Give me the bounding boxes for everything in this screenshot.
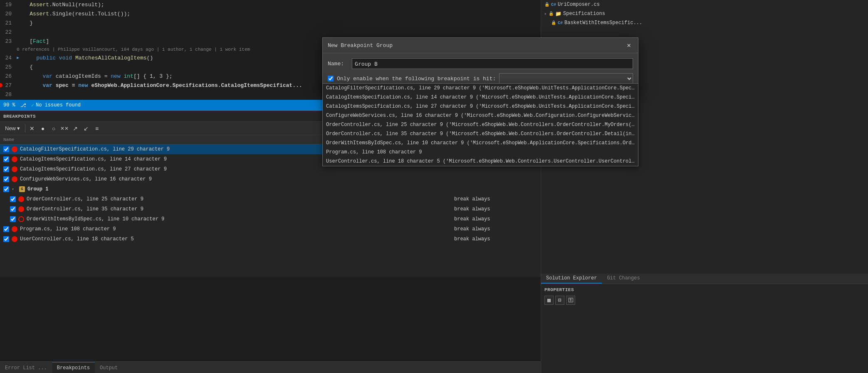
se-item-specifications[interactable]: ▸ 🔒 📁 Specifications: [541, 9, 868, 18]
bp-dot-icon: [12, 226, 17, 232]
modal-close-button[interactable]: ✕: [625, 41, 633, 49]
dropdown-item[interactable]: OrderWithItemsByIdSpec.cs, line 10 chara…: [323, 138, 638, 148]
group-name: Group 1: [27, 186, 537, 192]
issues-status: ✓ No issues found: [31, 102, 81, 109]
git-icon: ⎇: [20, 102, 26, 109]
new-button[interactable]: New ▾: [2, 124, 23, 133]
bp-checkbox[interactable]: [3, 226, 9, 232]
bp-dot-icon: [18, 216, 24, 222]
code-editor: 19 Assert.NotNull(result); 20 Assert.Sin…: [0, 0, 324, 100]
name-row: Name:: [328, 58, 633, 69]
export-button[interactable]: ↗: [70, 124, 80, 133]
bp-checkbox[interactable]: [10, 196, 16, 202]
prop-filter-button[interactable]: ⊟: [555, 296, 564, 305]
tab-solution-explorer[interactable]: Solution Explorer: [541, 274, 602, 284]
checkbox-row: Only enable when the following breakpoin…: [328, 73, 633, 84]
bp-name: OrderController.cs, line 25 character 9: [27, 196, 452, 202]
lock-icon: 🔒: [544, 2, 549, 7]
breakpoint-item[interactable]: UserController.cs, line 18 character 5 b…: [0, 234, 541, 244]
breakpoint-item[interactable]: OrderController.cs, line 35 character 9 …: [0, 204, 541, 214]
tab-breakpoints[interactable]: Breakpoints: [52, 362, 95, 373]
se-arrow-icon: ▸: [544, 11, 547, 16]
bp-condition: break always: [454, 236, 537, 242]
bp-checkbox[interactable]: [3, 166, 9, 172]
cs-file-icon: C#: [551, 2, 556, 7]
prop-key-button[interactable]: ⚿: [566, 296, 575, 305]
bp-dot-icon: [12, 176, 17, 182]
code-line-27: 27 var spec = new eShopWeb.ApplicationCo…: [0, 81, 324, 90]
se-file-name-basket: BasketWithItemsSpecific...: [564, 20, 642, 26]
bp-name: ConfigureWebServices.cs, line 16 charact…: [20, 176, 537, 182]
breakpoint-dropdown[interactable]: [499, 73, 633, 84]
bp-condition: break always: [454, 196, 537, 202]
bp-dot-icon: [18, 206, 24, 212]
disable-all-button[interactable]: ○: [49, 124, 59, 133]
bp-dot-icon: [12, 236, 17, 242]
dropdown-item[interactable]: Program.cs, line 108 character 9: [323, 148, 638, 157]
bp-checkbox[interactable]: [3, 236, 9, 242]
bp-dot-icon: [12, 146, 17, 152]
group-folder-icon: G: [19, 186, 25, 192]
columns-button[interactable]: ≡: [92, 124, 102, 133]
code-meta: 0 references | Philippe Vaillancourt, 18…: [0, 46, 324, 53]
bp-checkbox[interactable]: [3, 146, 9, 152]
bp-name: OrderWithItemsByIdSpec.cs, line 10 chara…: [27, 216, 452, 222]
bp-name: Program.cs, line 108 character 9: [20, 226, 452, 232]
properties-label: Properties: [541, 286, 868, 294]
code-line-28: 28: [0, 90, 324, 99]
bottom-tabs: Error List ... Breakpoints Output: [0, 361, 541, 373]
code-line-23: 23 [Fact]: [0, 37, 324, 46]
dropdown-item[interactable]: OrderController.cs, line 35 character 9 …: [323, 129, 638, 138]
dropdown-item[interactable]: UserController.cs, line 18 character 5 (…: [323, 157, 638, 166]
cs-file-icon-basket: C#: [558, 21, 563, 25]
delete-button[interactable]: ✕: [27, 124, 37, 133]
bp-checkbox[interactable]: [3, 156, 9, 162]
delete-all-button[interactable]: ✕✕: [59, 124, 69, 133]
se-tabs: Solution Explorer Git Changes: [541, 274, 868, 284]
bp-dot-icon: [12, 156, 17, 162]
se-item-uricomposer[interactable]: 🔒 C# UriComposer.cs: [541, 0, 868, 9]
bp-checkbox[interactable]: [10, 206, 16, 212]
bp-name: UserController.cs, line 18 character 5: [20, 236, 452, 242]
se-item-basketwithitems[interactable]: 🔒 C# BasketWithItemsSpecific...: [541, 18, 868, 27]
tab-git-changes[interactable]: Git Changes: [602, 274, 645, 284]
breakpoint-group[interactable]: ▾ G Group 1: [0, 184, 541, 194]
dropdown-item[interactable]: ConfigureWebServices.cs, line 16 charact…: [323, 111, 638, 120]
code-line-20: 20 Assert.Single(result.ToList());: [0, 9, 324, 18]
code-line-19: 19 Assert.NotNull(result);: [0, 0, 324, 9]
modal-title: New Breakpoint Group: [328, 42, 393, 49]
tab-output[interactable]: Output: [95, 362, 123, 373]
breakpoint-item[interactable]: Program.cs, line 108 character 9 break a…: [0, 224, 541, 234]
dropdown-item[interactable]: CatalogItemsSpecification.cs, line 14 ch…: [323, 93, 638, 102]
bp-name: OrderController.cs, line 35 character 9: [27, 206, 452, 212]
tab-error-list[interactable]: Error List ...: [0, 362, 52, 373]
dropdown-item[interactable]: OrderController.cs, line 25 character 9 …: [323, 120, 638, 129]
se-folder-name: Specifications: [563, 11, 605, 17]
enable-all-button[interactable]: ●: [38, 124, 48, 133]
code-line-24: 24 ► public void MatchesAllCatalogItems(…: [0, 53, 324, 62]
new-dropdown-icon: ▾: [17, 125, 20, 131]
lock-icon-basket: 🔒: [551, 20, 556, 25]
modal-header: New Breakpoint Group ✕: [323, 38, 638, 53]
code-line-26: 26 var catalogItemIds = new int[] { 1, 3…: [0, 72, 324, 81]
lock-icon-spec: 🔒: [549, 11, 554, 16]
enable-when-hit-checkbox[interactable]: [328, 76, 334, 82]
breakpoint-item[interactable]: OrderController.cs, line 25 character 9 …: [0, 194, 541, 204]
prop-grid-button[interactable]: ▦: [544, 296, 554, 305]
breakpoint-item[interactable]: ConfigureWebServices.cs, line 16 charact…: [0, 174, 541, 184]
bp-checkbox[interactable]: [3, 176, 9, 182]
breakpoint-item[interactable]: OrderWithItemsByIdSpec.cs, line 10 chara…: [0, 214, 541, 224]
dropdown-item[interactable]: CatalogFilterSpecification.cs, line 29 c…: [323, 84, 638, 93]
dropdown-item[interactable]: CatalogItemsSpecification.cs, line 27 ch…: [323, 102, 638, 111]
folder-icon: 📁: [555, 11, 561, 17]
bp-name: CatalogItemsSpecification.cs, line 27 ch…: [20, 166, 537, 172]
import-button[interactable]: ↙: [81, 124, 91, 133]
name-input[interactable]: [352, 58, 633, 69]
code-line-21: 21 }: [0, 18, 324, 27]
bp-dot-icon: [18, 196, 24, 202]
bp-checkbox[interactable]: [10, 216, 16, 222]
breakpoint-dropdown-list[interactable]: CatalogFilterSpecification.cs, line 29 c…: [322, 83, 638, 166]
code-line-25: 25 {: [0, 62, 324, 72]
properties-icons: ▦ ⊟ ⚿: [541, 294, 868, 306]
group-checkbox[interactable]: [3, 186, 9, 192]
